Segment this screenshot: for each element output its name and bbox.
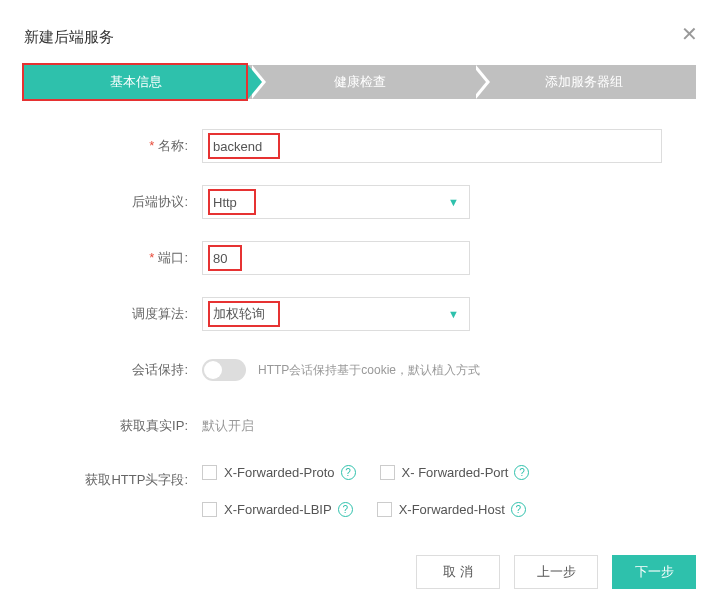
checkbox-label: X-Forwarded-LBIP [224,502,332,517]
cancel-button[interactable]: 取 消 [416,555,500,589]
dialog-footer: 取 消 上一步 下一步 [416,555,696,589]
checkbox-x-forwarded-port[interactable]: X- Forwarded-Port ? [380,465,530,480]
next-button[interactable]: 下一步 [612,555,696,589]
chevron-down-icon: ▼ [448,308,459,320]
checkbox-icon [202,465,217,480]
name-input[interactable] [202,129,662,163]
help-icon[interactable]: ? [514,465,529,480]
checkbox-label: X- Forwarded-Port [402,465,509,480]
row-http-headers: 获取HTTP头字段: X-Forwarded-Proto ? X- Forwar… [34,465,686,523]
row-protocol: 后端协议: Http ▼ [34,185,686,219]
step-label: 健康检查 [334,74,386,89]
form: 名称: 后端协议: Http ▼ 端口: 调度算 [24,129,696,523]
step-label: 基本信息 [110,74,162,89]
checkbox-label: X-Forwarded-Proto [224,465,335,480]
chevron-down-icon: ▼ [448,196,459,208]
label-name: 名称: [34,137,202,155]
checkbox-x-forwarded-lbip[interactable]: X-Forwarded-LBIP ? [202,502,353,517]
step-label: 添加服务器组 [545,74,623,89]
step-add-server-group[interactable]: 添加服务器组 [472,65,696,99]
prev-button[interactable]: 上一步 [514,555,598,589]
port-input[interactable] [202,241,470,275]
checkbox-x-forwarded-proto[interactable]: X-Forwarded-Proto ? [202,465,356,480]
label-real-ip: 获取真实IP: [34,417,202,435]
close-icon[interactable]: ✕ [681,22,698,46]
step-basic-info[interactable]: 基本信息 [24,65,248,99]
algorithm-value: 加权轮询 [213,305,265,323]
label-algorithm: 调度算法: [34,305,202,323]
steps-nav: 基本信息 健康检查 添加服务器组 [24,65,696,99]
row-name: 名称: [34,129,686,163]
checkbox-icon [202,502,217,517]
help-icon[interactable]: ? [341,465,356,480]
row-session: 会话保持: HTTP会话保持基于cookie，默认植入方式 [34,353,686,387]
dialog-title: 新建后端服务 [24,28,114,45]
algorithm-select[interactable]: 加权轮询 ▼ [202,297,470,331]
dialog: 新建后端服务 ✕ 基本信息 健康检查 添加服务器组 名称: 后端协议: Http [0,0,720,565]
dialog-header: 新建后端服务 ✕ [24,20,696,65]
row-port: 端口: [34,241,686,275]
help-icon[interactable]: ? [338,502,353,517]
help-icon[interactable]: ? [511,502,526,517]
toggle-knob [204,361,222,379]
checkbox-x-forwarded-host[interactable]: X-Forwarded-Host ? [377,502,526,517]
checkbox-icon [380,465,395,480]
label-http-headers: 获取HTTP头字段: [34,465,202,489]
checkbox-label: X-Forwarded-Host [399,502,505,517]
step-health-check[interactable]: 健康检查 [248,65,472,99]
label-port: 端口: [34,249,202,267]
session-toggle[interactable] [202,359,246,381]
protocol-value: Http [213,195,237,210]
real-ip-value: 默认开启 [202,417,254,435]
row-real-ip: 获取真实IP: 默认开启 [34,409,686,443]
label-session: 会话保持: [34,361,202,379]
session-hint: HTTP会话保持基于cookie，默认植入方式 [258,362,480,379]
checkbox-icon [377,502,392,517]
protocol-select[interactable]: Http ▼ [202,185,470,219]
row-algorithm: 调度算法: 加权轮询 ▼ [34,297,686,331]
label-protocol: 后端协议: [34,193,202,211]
